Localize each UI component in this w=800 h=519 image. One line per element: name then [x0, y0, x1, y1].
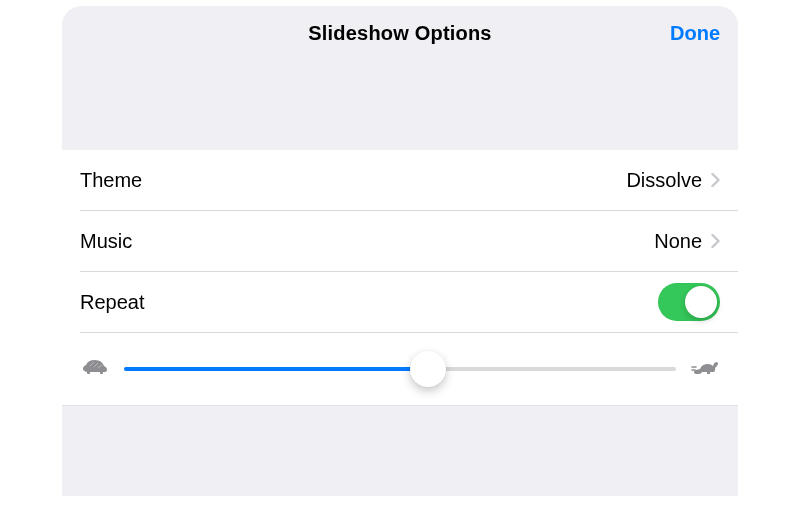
- music-value: None: [654, 230, 702, 253]
- chevron-right-icon: [710, 172, 720, 188]
- repeat-label: Repeat: [80, 291, 658, 314]
- header-empty-space: [62, 60, 738, 150]
- svg-rect-0: [87, 371, 90, 374]
- turtle-icon: [80, 357, 110, 381]
- options-sheet: Slideshow Options Done Theme Dissolve Mu…: [62, 6, 738, 496]
- theme-label: Theme: [80, 169, 626, 192]
- rabbit-icon: [690, 356, 720, 382]
- nav-bar: Slideshow Options Done: [62, 6, 738, 60]
- repeat-row: Repeat: [62, 272, 738, 332]
- settings-list: Theme Dissolve Music None Repeat: [62, 150, 738, 406]
- repeat-toggle[interactable]: [658, 283, 720, 321]
- music-label: Music: [80, 230, 654, 253]
- svg-rect-1: [100, 371, 103, 374]
- footer-empty-space: [62, 406, 738, 496]
- speed-slider[interactable]: [124, 351, 676, 387]
- theme-row[interactable]: Theme Dissolve: [62, 150, 738, 210]
- slider-fill: [124, 367, 428, 371]
- page-title: Slideshow Options: [308, 22, 491, 45]
- theme-value: Dissolve: [626, 169, 702, 192]
- chevron-right-icon: [710, 233, 720, 249]
- music-row[interactable]: Music None: [62, 211, 738, 271]
- done-button[interactable]: Done: [670, 6, 720, 60]
- toggle-knob: [685, 286, 717, 318]
- slider-thumb[interactable]: [410, 351, 446, 387]
- speed-slider-row: [62, 333, 738, 405]
